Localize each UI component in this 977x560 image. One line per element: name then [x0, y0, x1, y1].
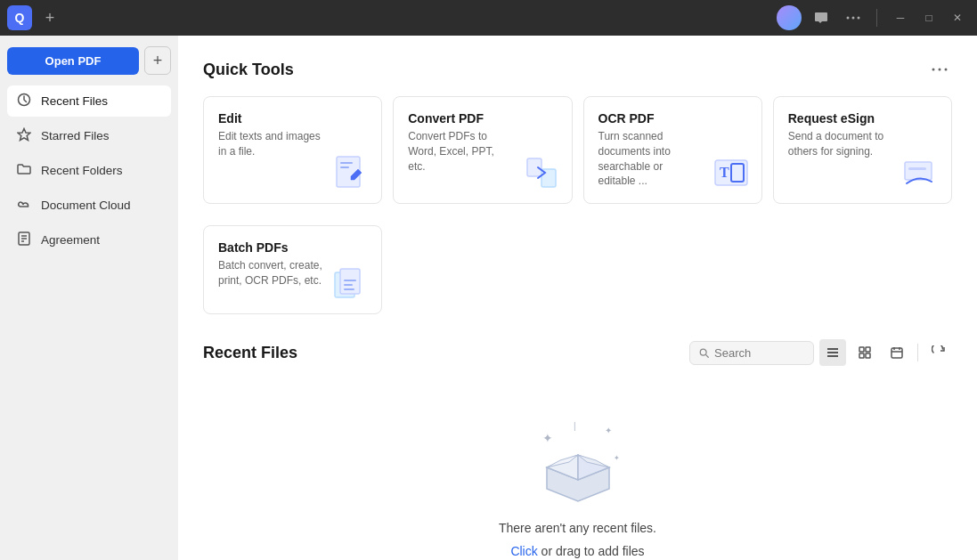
svg-rect-30 — [827, 352, 838, 353]
svg-text:T: T — [720, 165, 729, 180]
svg-point-11 — [945, 69, 948, 71]
search-input[interactable] — [714, 346, 804, 360]
chat-icon — [814, 11, 828, 25]
tool-card-batch-pdfs[interactable]: Batch PDFs Batch convert, create, print,… — [203, 225, 382, 314]
svg-rect-21 — [908, 167, 926, 170]
starred-files-icon — [16, 127, 32, 144]
svg-rect-20 — [905, 162, 932, 180]
sidebar-item-label: Recent Folders — [41, 164, 123, 177]
divider — [876, 9, 877, 27]
edit-icon — [331, 153, 370, 192]
calendar-icon — [890, 345, 904, 360]
tool-card-ocr-pdf[interactable]: OCR PDF Turn scanned documents into sear… — [583, 96, 762, 204]
search-icon — [699, 347, 709, 359]
ocr-icon: T — [712, 153, 751, 192]
new-tab-button[interactable]: + — [39, 7, 61, 28]
refresh-button[interactable] — [925, 339, 952, 366]
recent-files-icon — [16, 93, 32, 110]
svg-rect-25 — [344, 284, 353, 286]
svg-marker-4 — [18, 129, 30, 141]
calendar-view-button[interactable] — [883, 339, 910, 366]
tool-card-desc: Edit texts and images in a file. — [218, 129, 322, 159]
tool-card-title: Batch PDFs — [218, 240, 367, 255]
click-link[interactable]: Click — [510, 544, 537, 558]
sidebar-item-label: Recent Files — [41, 94, 108, 108]
quick-tools-more-button[interactable] — [927, 57, 952, 82]
tool-card-request-esign[interactable]: Request eSign Send a document to others … — [773, 96, 952, 204]
title-bar-right: ─ □ ✕ — [777, 5, 970, 30]
svg-text:✦: ✦ — [614, 454, 620, 462]
sidebar-item-label: Agreement — [41, 233, 100, 247]
grid-view-button[interactable] — [851, 339, 878, 366]
svg-point-9 — [932, 69, 935, 71]
tool-card-desc: Send a document to others for signing. — [788, 129, 892, 159]
tool-card-title: Edit — [218, 111, 367, 126]
tool-card-convert-pdf[interactable]: Convert PDF Convert PDFs to Word, Excel,… — [393, 96, 572, 204]
title-bar: Q + ─ □ ✕ — [0, 0, 977, 36]
svg-rect-26 — [344, 288, 354, 290]
title-bar-left: Q + — [7, 5, 61, 30]
tool-card-desc: Turn scanned documents into searchable o… — [598, 129, 703, 189]
sidebar-item-recent-files[interactable]: Recent Files — [7, 85, 171, 117]
more-options-button[interactable] — [841, 5, 866, 30]
search-box[interactable] — [689, 341, 814, 365]
svg-rect-29 — [827, 348, 838, 350]
sidebar-button-row: Open PDF + — [7, 46, 171, 75]
avatar[interactable] — [777, 5, 802, 30]
sidebar-item-document-cloud[interactable]: Document Cloud — [7, 190, 171, 221]
or-drag-text: or drag — [538, 544, 581, 558]
app-logo: Q — [7, 5, 32, 30]
svg-rect-32 — [859, 347, 864, 352]
svg-rect-13 — [340, 162, 353, 164]
svg-text:✦: ✦ — [542, 431, 553, 445]
recent-folders-icon — [16, 162, 32, 179]
svg-text:✦: ✦ — [605, 426, 612, 435]
svg-rect-33 — [866, 347, 870, 352]
recent-files-header: Recent Files — [203, 339, 952, 366]
list-view-button[interactable] — [819, 339, 846, 366]
empty-state: ✦ ✦ ✦ | There aren't any recent files. C… — [203, 380, 952, 560]
tools-grid: Edit Edit texts and images in a file. Co… — [203, 96, 952, 204]
svg-text:|: | — [574, 421, 576, 431]
add-button[interactable]: + — [144, 46, 171, 75]
sidebar-item-agreement[interactable]: Agreement — [7, 224, 171, 256]
svg-point-27 — [700, 349, 706, 355]
minimize-button[interactable]: ─ — [888, 5, 913, 30]
svg-rect-35 — [866, 353, 870, 358]
refresh-icon — [932, 345, 946, 360]
close-button[interactable]: ✕ — [945, 5, 970, 30]
svg-rect-36 — [892, 348, 902, 358]
batch-icon — [331, 264, 370, 303]
sidebar-item-label: Document Cloud — [41, 199, 131, 212]
quick-tools-header: Quick Tools — [203, 57, 952, 82]
recent-tools — [689, 339, 952, 366]
content-area: Quick Tools Edit Edit texts and images i… — [178, 36, 977, 560]
esign-icon — [901, 153, 940, 192]
tool-card-desc: Batch convert, create, print, OCR PDFs, … — [218, 258, 322, 288]
svg-point-10 — [939, 69, 941, 71]
sidebar-item-starred-files[interactable]: Starred Files — [7, 120, 171, 151]
sidebar-item-recent-folders[interactable]: Recent Folders — [7, 155, 171, 186]
empty-message: There aren't any recent files. — [499, 521, 656, 535]
svg-point-1 — [852, 17, 855, 20]
convert-icon — [522, 153, 561, 192]
grid-view-icon — [858, 345, 872, 360]
svg-rect-14 — [340, 166, 349, 168]
svg-rect-34 — [859, 353, 864, 358]
suffix-text: to add files — [581, 544, 645, 558]
window-controls: ─ □ ✕ — [888, 5, 970, 30]
empty-box-icon: ✦ ✦ ✦ | — [525, 416, 631, 505]
svg-point-0 — [847, 17, 850, 20]
tool-card-title: Convert PDF — [408, 111, 557, 126]
empty-add-text: Click or drag to add files — [510, 544, 644, 558]
open-pdf-button[interactable]: Open PDF — [7, 47, 139, 75]
svg-point-2 — [858, 17, 860, 20]
maximize-button[interactable]: □ — [916, 5, 941, 30]
svg-rect-24 — [344, 280, 356, 281]
more-dots-icon — [846, 16, 860, 20]
agreement-icon — [16, 231, 32, 248]
tool-card-edit[interactable]: Edit Edit texts and images in a file. — [203, 96, 382, 204]
chat-icon-button[interactable] — [809, 5, 834, 30]
document-cloud-icon — [16, 197, 32, 214]
svg-line-28 — [706, 354, 709, 357]
